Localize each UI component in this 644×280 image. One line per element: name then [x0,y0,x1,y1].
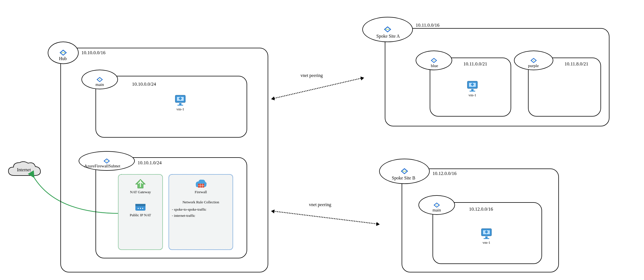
spokeb-name: Spoke Site B [392,176,415,181]
hub-main-subnet [95,76,247,138]
spokea-blue-cidr: 10.11.0.0/21 [463,61,487,67]
svg-rect-25 [470,91,475,92]
hub-vm: vm-1 [174,94,186,111]
hub-main-name: main [95,82,104,87]
vm-icon [174,94,186,106]
peering-arrow-b [272,211,379,224]
svg-point-8 [106,161,107,161]
nat-gateway: NAT Gateway [130,179,151,194]
peering-arrow-a [272,78,363,99]
svg-point-18 [386,29,387,30]
pip-label: Public IP NAT [130,213,151,217]
spokea-vm-label: vm-1 [468,93,476,97]
firewall-group: Firewall Network Rule Collection - spoke… [169,174,233,250]
rule-collection-title: Network Rule Collection [183,200,219,204]
svg-point-21 [434,60,434,61]
subnet-icon [96,76,104,83]
public-ip: Public IP NAT [130,202,151,217]
svg-point-28 [404,171,405,172]
svg-point-12 [140,208,141,209]
vnet-icon [58,49,68,56]
svg-point-26 [533,60,534,61]
hub-fw-name: AzureFirewallSubnet [84,164,120,169]
svg-point-13 [142,208,143,209]
svg-point-29 [405,171,406,172]
vm-icon [480,227,493,240]
svg-point-3 [99,79,100,80]
svg-point-19 [387,29,388,30]
hub-vm-label: vm-1 [176,107,184,111]
spokeb-vm: vm-1 [480,227,493,245]
peering-label-b: vnet peering [309,202,331,207]
peering-label-a: vnet peering [301,73,323,78]
svg-point-1 [63,52,63,53]
firewall-icon [195,179,207,189]
spokea-name: Spoke Site A [376,34,400,39]
spokeb-main-name: main [433,208,441,213]
nat-gw-label: NAT Gateway [130,190,151,194]
svg-rect-34 [484,238,489,239]
diagram-root: Internet 10.10.0.0/16 Hub main 10.10.0.0… [0,0,644,280]
firewall: Firewall [195,179,207,194]
hub-cidr: 10.10.0.0/16 [81,50,105,56]
svg-point-2 [64,52,65,53]
spokeb-vm-label: vm-1 [483,240,490,245]
svg-rect-24 [471,89,474,91]
hub-name: Hub [59,56,67,61]
subnet-icon [103,158,111,164]
subnet-icon [433,202,441,208]
vnet-icon [383,26,393,33]
spokea-cidr: 10.11.0.0/16 [416,22,440,28]
spokeb-main-cidr: 10.12.0.0/16 [469,206,493,212]
rule-2: - internet-traffic [172,213,195,218]
spokea-purple-cidr: 10.11.8.0/21 [565,61,588,67]
hub-main-cidr: 10.10.0.0/24 [132,81,156,87]
subnet-icon [430,57,438,63]
nat-gateway-icon [134,179,147,189]
svg-rect-6 [179,103,181,105]
spokea-purple-name: purple [528,63,539,68]
hub-fw-cidr: 10.10.1.0/24 [138,160,161,166]
pip-icon [134,202,147,212]
nat-group: NAT Gateway Public IP NAT [118,174,163,250]
svg-rect-33 [485,236,488,238]
svg-point-20 [388,29,389,30]
vnet-icon [399,168,409,175]
svg-rect-7 [178,105,183,106]
spokea-vm: vm-1 [466,80,479,97]
svg-point-27 [403,171,404,172]
spokea-blue-name: blue [431,63,438,68]
svg-point-11 [138,208,139,209]
spokeb-cidr: 10.12.0.0/16 [433,171,456,176]
svg-point-0 [62,52,62,53]
svg-point-30 [436,205,437,206]
subnet-icon [530,57,538,63]
rule-1: - spoke-to-spoke-traffic [172,207,206,212]
firewall-label: Firewall [195,190,207,194]
vm-icon [466,80,479,92]
svg-rect-10 [135,204,145,206]
